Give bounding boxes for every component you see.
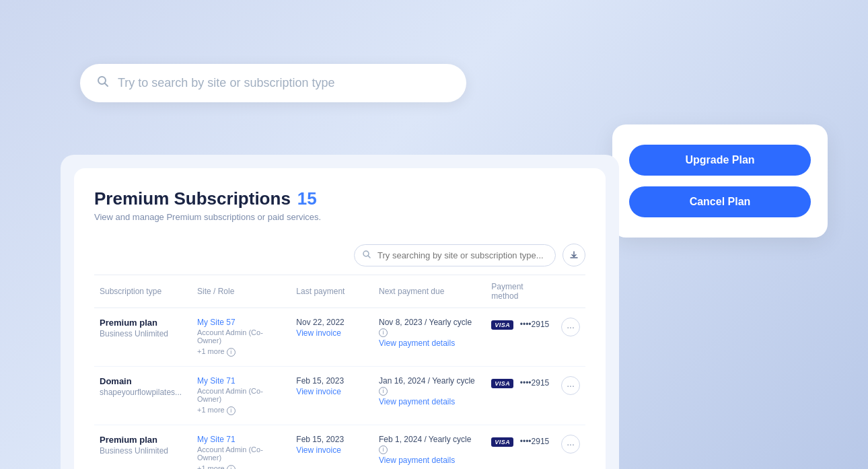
download-button[interactable]: [563, 244, 585, 266]
site-link[interactable]: My Site 71: [197, 435, 285, 444]
row-more-button[interactable]: ···: [561, 318, 580, 336]
svg-line-1: [105, 83, 108, 87]
card-header: Premium Subscriptions 15 View and manage…: [94, 188, 585, 222]
site-more: +1 more i: [197, 347, 236, 355]
table-search-input[interactable]: [354, 244, 556, 266]
table-search-wrap: [94, 236, 585, 275]
next-payment-info-icon[interactable]: i: [379, 328, 388, 337]
card-dots: ••••2915: [520, 378, 550, 388]
main-card: Premium Subscriptions 15 View and manage…: [61, 155, 619, 469]
inner-card: Premium Subscriptions 15 View and manage…: [74, 168, 606, 469]
upgrade-plan-button[interactable]: Upgrade Plan: [629, 145, 811, 176]
col-header-method: Payment method: [486, 275, 556, 308]
next-payment-info-icon[interactable]: i: [379, 387, 388, 396]
card-dots: ••••2915: [520, 437, 550, 446]
last-payment-date: Feb 15, 2023: [296, 435, 368, 444]
last-payment-date: Feb 15, 2023: [296, 376, 368, 386]
site-role: Account Admin (Co-Owner): [197, 328, 285, 345]
view-payment-details-link[interactable]: View payment details: [379, 456, 480, 465]
next-payment-date: Jan 16, 2024 / Yearly cycle i: [379, 376, 480, 396]
search-placeholder: Try to search by site or subscription ty…: [118, 76, 334, 90]
info-icon[interactable]: i: [227, 348, 236, 357]
sub-type-detail: Business Unlimited: [100, 446, 186, 456]
view-payment-details-link[interactable]: View payment details: [379, 338, 480, 348]
card-subtitle: View and manage Premium subscriptions or…: [94, 212, 585, 222]
view-invoice-link[interactable]: View invoice: [296, 445, 368, 455]
visa-badge: VISA: [491, 437, 513, 447]
visa-badge: VISA: [491, 320, 513, 330]
row-more-button[interactable]: ···: [561, 376, 580, 395]
action-card: Upgrade Plan Cancel Plan: [612, 124, 828, 238]
search-icon: [96, 75, 110, 92]
table-row: Premium plan Business Unlimited My Site …: [94, 425, 585, 470]
search-container: Try to search by site or subscription ty…: [80, 64, 466, 102]
card-title-text: Premium Subscriptions: [94, 188, 291, 209]
sub-type-name: Premium plan: [100, 435, 186, 445]
last-payment-date: Nov 22, 2022: [296, 318, 368, 327]
col-header-last: Last payment: [291, 275, 373, 308]
site-link[interactable]: My Site 57: [197, 318, 285, 327]
card-title-count: 15: [297, 188, 317, 209]
sub-type-name: Premium plan: [100, 318, 186, 328]
view-invoice-link[interactable]: View invoice: [296, 387, 368, 396]
table-row: Premium plan Business Unlimited My Site …: [94, 308, 585, 367]
view-invoice-link[interactable]: View invoice: [296, 328, 368, 338]
sub-type-detail: shapeyourflowpilates...: [100, 388, 186, 397]
info-icon[interactable]: i: [227, 406, 236, 415]
table-search-inner: [354, 244, 556, 266]
sub-type-detail: Business Unlimited: [100, 329, 186, 338]
visa-badge: VISA: [491, 379, 513, 388]
search-bar: Try to search by site or subscription ty…: [80, 64, 466, 102]
next-payment-date: Feb 1, 2024 / Yearly cycle i: [379, 435, 480, 454]
site-role: Account Admin (Co-Owner): [197, 387, 285, 403]
next-payment-info-icon[interactable]: i: [379, 445, 388, 454]
col-header-next: Next payment due: [373, 275, 486, 308]
view-payment-details-link[interactable]: View payment details: [379, 397, 480, 406]
table-search-icon: [362, 250, 371, 261]
site-link[interactable]: My Site 71: [197, 376, 285, 386]
row-more-button[interactable]: ···: [561, 435, 580, 454]
site-more: +1 more i: [197, 464, 236, 469]
cancel-plan-button[interactable]: Cancel Plan: [629, 186, 811, 217]
card-title: Premium Subscriptions 15: [94, 188, 585, 209]
site-role: Account Admin (Co-Owner): [197, 445, 285, 462]
next-payment-date: Nov 8, 2023 / Yearly cycle i: [379, 318, 480, 337]
info-icon[interactable]: i: [227, 465, 236, 469]
col-header-site: Site / Role: [192, 275, 291, 308]
card-dots: ••••2915: [520, 320, 550, 329]
col-header-sub: Subscription type: [94, 275, 192, 308]
sub-type-name: Domain: [100, 376, 186, 386]
svg-line-3: [368, 256, 370, 258]
col-header-actions: [556, 275, 585, 308]
table-row: Domain shapeyourflowpilates... My Site 7…: [94, 367, 585, 425]
site-more: +1 more i: [197, 406, 236, 414]
subscriptions-table: Subscription type Site / Role Last payme…: [94, 275, 585, 469]
